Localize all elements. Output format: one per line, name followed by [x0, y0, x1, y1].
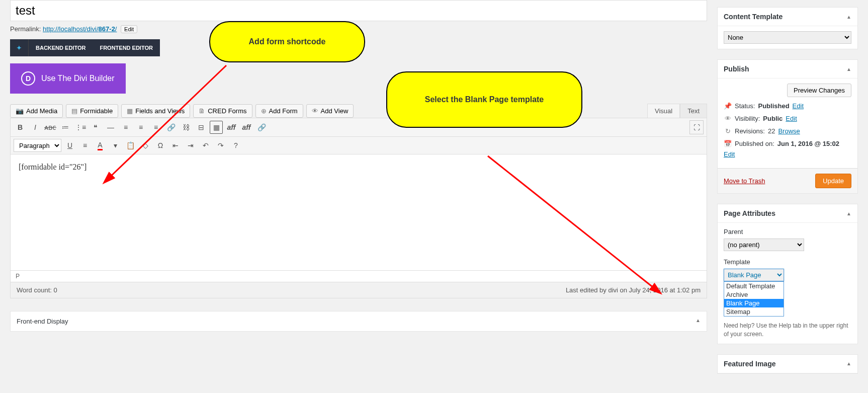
calendar-icon: 📅	[724, 140, 732, 147]
template-option-sitemap[interactable]: Sitemap	[724, 307, 784, 316]
editor-content-area[interactable]: [formidable id="26"]	[11, 154, 707, 270]
pin-icon: 📌	[724, 102, 732, 110]
divi-builder-button[interactable]: D Use The Divi Builder	[10, 63, 126, 94]
template-option-archive[interactable]: Archive	[724, 290, 784, 299]
page-attr-toggle[interactable]: ▲	[846, 211, 851, 216]
content-template-toggle[interactable]: ▲	[846, 14, 851, 20]
blockquote-button[interactable]: ❝	[89, 121, 102, 134]
align-right-button[interactable]: ≡	[149, 121, 162, 134]
backend-editor-button[interactable]: BACKEND EDITOR	[29, 39, 93, 56]
anchor-button[interactable]: 🔗	[255, 121, 268, 134]
frontend-toggle[interactable]: ▲	[696, 318, 701, 325]
content-template-select[interactable]: None	[724, 31, 851, 44]
fields-views-button[interactable]: ▦Fields and Views	[121, 104, 190, 118]
camera-icon: 📷	[16, 107, 24, 115]
underline-button[interactable]: U	[63, 139, 76, 152]
template-dropdown-list[interactable]: Default Template Archive Blank Page Site…	[724, 281, 784, 317]
permalink-link[interactable]: http://localhost/divi/867-2/	[43, 25, 117, 33]
help-button[interactable]: ?	[229, 139, 242, 152]
eye-icon: 👁	[724, 115, 732, 122]
more-button[interactable]: ⊟	[195, 121, 208, 134]
undo-button[interactable]: ↶	[199, 139, 212, 152]
paste-text-button[interactable]: 📋	[124, 139, 137, 152]
frontend-editor-button[interactable]: FRONTEND EDITOR	[93, 39, 160, 56]
parent-label: Parent	[724, 228, 851, 235]
calendar-icon: ▦	[127, 107, 133, 115]
vc-icon: ✦	[10, 39, 29, 56]
bullet-list-button[interactable]: ≔	[59, 121, 72, 134]
fullscreen-button[interactable]: ⛶	[689, 120, 704, 134]
link-button[interactable]: 🔗	[164, 121, 178, 134]
italic-button[interactable]: I	[29, 121, 42, 134]
revisions-icon: ↻	[724, 127, 732, 135]
hr-button[interactable]: ―	[104, 121, 117, 134]
post-title-input[interactable]	[10, 0, 707, 21]
justify-button[interactable]: ≡	[78, 139, 92, 152]
align-center-button[interactable]: ≡	[134, 121, 147, 134]
outdent-button[interactable]: ⇤	[169, 139, 182, 152]
special-char-button[interactable]: Ω	[154, 139, 167, 152]
formidable-button[interactable]: ▤Formidable	[66, 104, 118, 118]
parent-select[interactable]: (no parent)	[724, 239, 804, 251]
template-select[interactable]: Blank Page	[724, 269, 784, 281]
toolbar-toggle-button[interactable]: ▦	[210, 121, 223, 134]
form-icon: ▤	[71, 107, 77, 115]
edit-date-link[interactable]: Edit	[724, 150, 735, 158]
edit-status-link[interactable]: Edit	[793, 102, 804, 110]
content-template-title: Content Template	[724, 13, 783, 21]
browse-revisions-link[interactable]: Browse	[778, 127, 800, 135]
add-form-button[interactable]: ⊕Add Form	[255, 104, 303, 118]
add-view-button[interactable]: 👁Add View	[306, 104, 354, 118]
format-select[interactable]: Paragraph	[14, 139, 61, 152]
text-color-picker-button[interactable]: ▾	[109, 139, 122, 152]
frontend-display-title: Front-end Display	[17, 318, 68, 325]
template-label: Template	[724, 258, 851, 266]
template-option-blank[interactable]: Blank Page	[724, 299, 784, 307]
number-list-button[interactable]: ⋮≡	[74, 121, 87, 134]
update-button[interactable]: Update	[815, 174, 851, 188]
aff-link2-button[interactable]: aff	[240, 121, 253, 134]
vc-editor-toggle: ✦ BACKEND EDITOR FRONTEND EDITOR	[10, 39, 160, 56]
publish-title: Publish	[724, 65, 749, 73]
template-option-default[interactable]: Default Template	[724, 282, 784, 290]
edit-slug-button[interactable]: Edit	[121, 25, 137, 33]
plus-icon: ⊕	[261, 107, 267, 115]
edit-visibility-link[interactable]: Edit	[786, 115, 797, 122]
visual-tab[interactable]: Visual	[647, 104, 680, 118]
cred-forms-button[interactable]: 🗎CRED Forms	[193, 104, 252, 118]
text-color-button[interactable]: A	[94, 139, 107, 152]
annotation-callout-2: Select the Blank Page template	[386, 71, 582, 128]
preview-changes-button[interactable]: Preview Changes	[787, 84, 851, 97]
text-tab[interactable]: Text	[680, 104, 707, 118]
clear-format-button[interactable]: ◇	[139, 139, 152, 152]
eye-icon: 👁	[312, 107, 318, 115]
publish-toggle[interactable]: ▲	[846, 66, 851, 72]
align-left-button[interactable]: ≡	[119, 121, 132, 134]
page-attributes-title: Page Attributes	[724, 209, 775, 217]
strike-button[interactable]: ᴀʙᴄ	[44, 121, 57, 134]
move-to-trash-link[interactable]: Move to Trash	[724, 177, 765, 185]
featured-image-title: Featured Image	[724, 360, 775, 368]
annotation-callout-1: Add form shortcode	[209, 21, 365, 62]
aff-link-button[interactable]: aff	[225, 121, 238, 134]
divi-logo-icon: D	[21, 71, 35, 86]
editor-status-path: P	[11, 270, 707, 282]
unlink-button[interactable]: ⛓	[180, 121, 193, 134]
bold-button[interactable]: B	[14, 121, 27, 134]
add-media-button[interactable]: 📷Add Media	[10, 104, 63, 118]
word-count: Word count: 0	[17, 286, 57, 294]
redo-button[interactable]: ↷	[214, 139, 227, 152]
last-edited: Last edited by divi on July 24, 2016 at …	[566, 286, 701, 294]
file-icon: 🗎	[199, 107, 205, 115]
editor-container: B I ᴀʙᴄ ≔ ⋮≡ ❝ ― ≡ ≡ ≡ 🔗 ⛓ ⊟ ▦ aff aff 🔗…	[10, 118, 707, 282]
indent-button[interactable]: ⇥	[184, 139, 197, 152]
page-attr-help: Need help? Use the Help tab in the upper…	[724, 322, 851, 339]
featured-image-toggle[interactable]: ▲	[846, 361, 851, 366]
